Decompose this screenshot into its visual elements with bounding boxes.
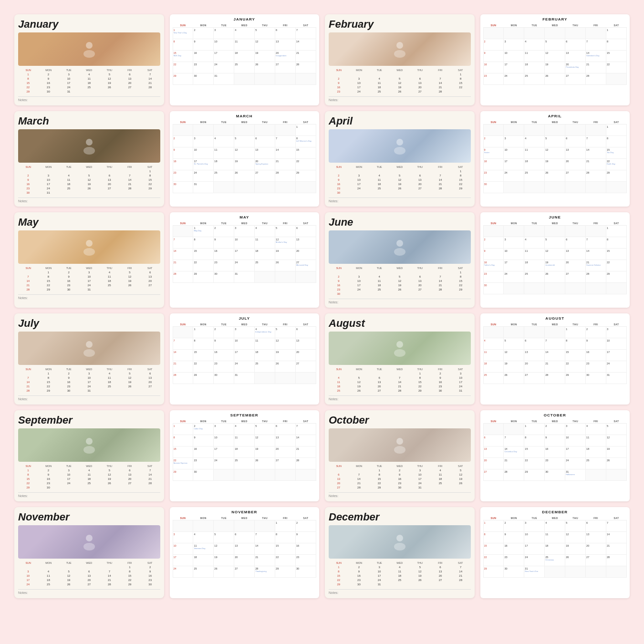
calendar-cell [606,73,627,85]
calendar-cell: 9 [483,51,504,62]
calendar-cell: 30 [214,373,234,384]
calendar-cell [234,182,255,193]
calendar-cell: 4 [524,136,545,147]
calendar-cell: 30 [173,182,193,193]
calendar-cell: 30 [193,469,214,481]
calendar-cell: 18 [214,159,234,170]
calendar-cell: 10 [504,249,524,260]
calendar-cell [504,28,524,39]
notes-label-feb: Notes: [329,96,471,102]
calendar-cell: 18 [234,51,255,62]
calendar-cell [545,182,565,193]
month-name-apr: April [329,115,471,127]
calendar-cell: 29 [606,271,627,283]
calendar-cell: 23 [193,62,214,73]
calendar-cell: 22 [275,555,296,566]
calendar-cell: 24 [214,62,234,73]
calendar-cell: 14 [275,147,296,159]
calendar-cell: 8 [606,136,627,147]
calendar-cell: 2Labor Day [193,424,214,435]
month-title-full-dec: DECEMBER [483,510,627,514]
full-calendar-apr: SUNMONTUEWEDTHUFRISAT123456789Easter1011… [483,120,627,193]
calendar-cell: 17 [606,350,627,361]
calendar-cell: 22Earth Day [606,159,627,170]
calendar-cell: 31 [234,373,255,384]
calendar-cell: 6 [586,520,606,532]
calendar-cell: 13 [275,39,296,51]
month-left-card-apr: AprilSUNMONTUEWEDTHUFRISAT......12345678… [325,111,475,207]
calendar-cell: 3 [524,520,545,532]
calendar-cell: 7 [606,520,627,532]
month-title-full-may: MAY [173,215,317,219]
calendar-cell [275,373,296,384]
month-name-aug: August [329,317,471,330]
month-right-card-apr: APRILSUNMONTUEWEDTHUFRISAT123456789Easte… [480,111,630,207]
calendar-cell: 9 [504,532,524,543]
month-left-card-mar: MarchSUNMONTUEWEDTHUFRISAT......12345678… [14,111,164,207]
calendar-cell: 8 [275,532,296,543]
calendar-cell: 7 [296,424,316,435]
calendar-cell: 23 [483,170,504,182]
calendar-cell [296,373,316,384]
month-right-card-mar: MARCHSUNMONTUEWEDTHUFRISAT12345678Int'l … [170,111,320,207]
calendar-cell: 23 [214,260,234,271]
calendar-cell: 20 [275,447,296,458]
calendar-cell: 15 [606,249,627,260]
calendar-cell: 27 [565,73,586,85]
calendar-cell: 19 [234,159,255,170]
calendar-cell: 28 [586,271,606,283]
calendar-cell: 14 [173,249,193,260]
calendar-cell: 18 [483,361,504,373]
month-right-card-oct: OCTOBERSUNMONTUEWEDTHUFRISAT123456789101… [480,410,630,501]
calendar-grid: JanuarySUNMONTUEWEDTHUFRISAT123456789101… [14,14,630,598]
calendar-cell: 17 [173,555,193,566]
calendar-cell: 19 [275,350,296,361]
calendar-cell: 21 [173,260,193,271]
calendar-cell [483,28,504,39]
month-left-card-dec: DecemberSUNMONTUEWEDTHUFRISAT12345678910… [325,507,475,598]
mini-calendar-dec: SUNMONTUEWEDTHUFRISAT1234567891011121314… [329,561,471,586]
calendar-cell: 14 [545,350,565,361]
calendar-cell: 6 [234,532,255,543]
full-calendar-jul: SUNMONTUEWEDTHUFRISAT1234Independence Da… [173,322,317,384]
calendar-cell: 7 [173,237,193,249]
month-right-card-aug: AUGUSTSUNMONTUEWEDTHUFRISAT1234567891011… [480,313,630,405]
calendar-cell: 8 [606,39,627,51]
calendar-cell: 28 [173,373,193,384]
svg-point-23 [394,543,405,551]
calendar-cell [214,125,234,136]
month-photo-sep [18,428,160,462]
calendar-cell: 21 [173,361,193,373]
calendar-cell: 7 [275,136,296,147]
calendar-cell: 2 [504,520,524,532]
calendar-cell: 15 [524,447,545,458]
calendar-cell: 30 [483,283,504,294]
calendar-cell: 19 [275,249,296,260]
month-name-jul: July [18,317,160,330]
month-left-card-jul: JulySUNMONTUEWEDTHUFRISAT.12345678910111… [14,313,164,405]
calendar-cell: 28 [586,170,606,182]
calendar-cell: 15 [565,350,586,361]
calendar-cell: 6 [275,28,296,39]
calendar-cell [524,283,545,294]
calendar-cell: 1 [565,327,586,338]
calendar-cell: 4 [586,424,606,435]
calendar-cell: 11 [586,435,606,447]
calendar-cell: 21 [586,62,606,73]
calendar-cell: 15 [275,543,296,555]
svg-point-9 [83,248,95,256]
full-calendar-mar: SUNMONTUEWEDTHUFRISAT12345678Int'l Women… [173,120,317,193]
month-title-full-sep: SEPTEMBER [173,413,317,417]
calendar-cell: 9 [296,532,316,543]
calendar-cell: 7 [504,435,524,447]
calendar-cell: 2 [173,136,193,147]
calendar-cell: 16Father's Day [483,260,504,271]
calendar-cell: 8 [524,435,545,447]
calendar-cell: 16 [214,249,234,260]
calendar-cell: 29 [173,73,193,85]
calendar-cell: 30 [483,182,504,193]
month-photo-jul [18,332,160,365]
svg-point-20 [86,535,93,541]
month-photo-mar [18,129,160,163]
calendar-cell: 11 [483,350,504,361]
